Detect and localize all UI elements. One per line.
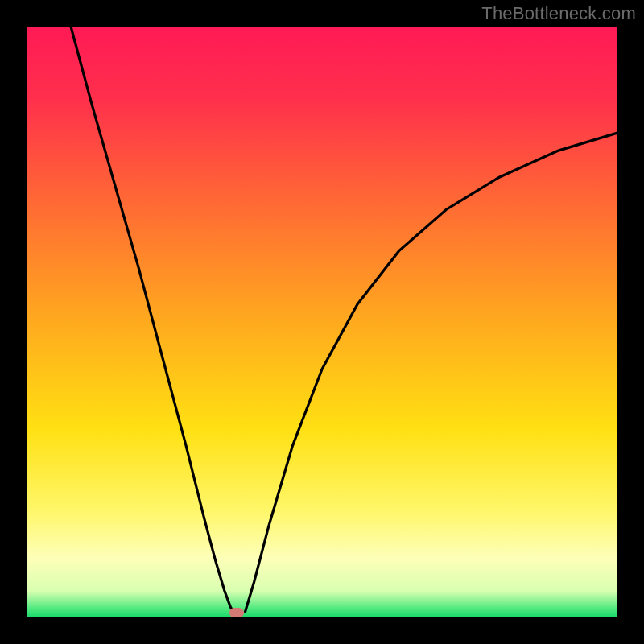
optimal-marker xyxy=(229,608,244,617)
curve-right-branch xyxy=(246,133,617,612)
watermark-text: TheBottleneck.com xyxy=(481,3,636,24)
bottleneck-curve xyxy=(27,27,617,617)
outer-frame: TheBottleneck.com xyxy=(0,0,644,644)
curve-left-branch xyxy=(71,27,237,617)
